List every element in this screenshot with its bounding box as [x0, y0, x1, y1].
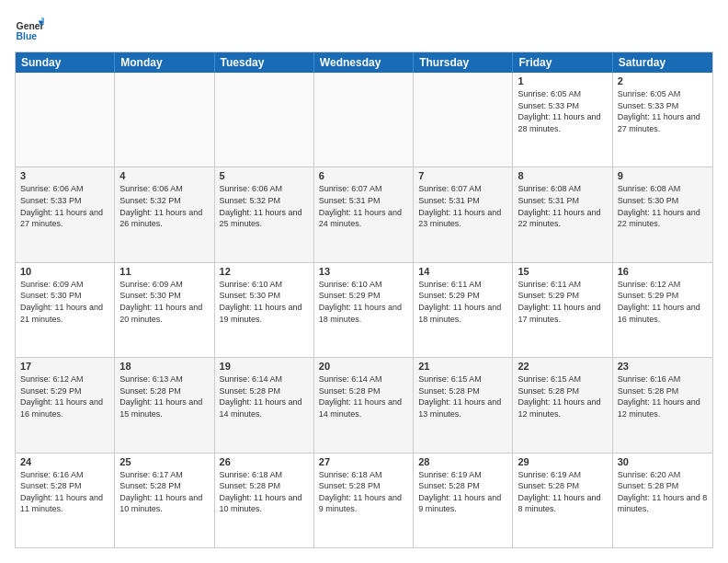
day-number: 28 [418, 456, 507, 467]
cell-info: Sunrise: 6:11 AM Sunset: 5:29 PM Dayligh… [418, 279, 507, 325]
calendar-cell: 8Sunrise: 6:08 AM Sunset: 5:31 PM Daylig… [513, 167, 612, 261]
calendar-row: 24Sunrise: 6:16 AM Sunset: 5:28 PM Dayli… [16, 454, 712, 547]
calendar-header: SundayMondayTuesdayWednesdayThursdayFrid… [16, 52, 712, 73]
calendar-cell: 24Sunrise: 6:16 AM Sunset: 5:28 PM Dayli… [16, 454, 115, 547]
calendar-cell: 7Sunrise: 6:07 AM Sunset: 5:31 PM Daylig… [414, 167, 513, 261]
cell-info: Sunrise: 6:12 AM Sunset: 5:29 PM Dayligh… [20, 373, 109, 419]
cell-info: Sunrise: 6:09 AM Sunset: 5:30 PM Dayligh… [20, 279, 109, 325]
weekday-header: Saturday [613, 52, 712, 73]
calendar-cell: 14Sunrise: 6:11 AM Sunset: 5:29 PM Dayli… [414, 263, 513, 357]
cell-info: Sunrise: 6:08 AM Sunset: 5:30 PM Dayligh… [618, 183, 708, 229]
cell-info: Sunrise: 6:19 AM Sunset: 5:28 PM Dayligh… [418, 469, 507, 515]
calendar-cell: 9Sunrise: 6:08 AM Sunset: 5:30 PM Daylig… [613, 167, 712, 261]
day-number: 12 [220, 266, 309, 277]
calendar-cell: 18Sunrise: 6:13 AM Sunset: 5:28 PM Dayli… [115, 358, 214, 452]
cell-info: Sunrise: 6:15 AM Sunset: 5:28 PM Dayligh… [518, 373, 607, 419]
calendar-body: 1Sunrise: 6:05 AM Sunset: 5:33 PM Daylig… [16, 73, 712, 547]
day-number: 18 [119, 361, 209, 372]
cell-info: Sunrise: 6:16 AM Sunset: 5:28 PM Dayligh… [618, 373, 708, 419]
calendar-cell: 28Sunrise: 6:19 AM Sunset: 5:28 PM Dayli… [414, 454, 513, 547]
day-number: 24 [20, 456, 109, 467]
day-number: 9 [618, 170, 708, 181]
calendar-cell: 19Sunrise: 6:14 AM Sunset: 5:28 PM Dayli… [215, 358, 314, 452]
calendar-cell: 6Sunrise: 6:07 AM Sunset: 5:31 PM Daylig… [314, 167, 414, 261]
cell-info: Sunrise: 6:19 AM Sunset: 5:28 PM Dayligh… [518, 469, 607, 515]
day-number: 5 [220, 170, 309, 181]
cell-info: Sunrise: 6:14 AM Sunset: 5:28 PM Dayligh… [220, 373, 309, 419]
calendar-cell: 27Sunrise: 6:18 AM Sunset: 5:28 PM Dayli… [314, 454, 414, 547]
calendar-row: 17Sunrise: 6:12 AM Sunset: 5:29 PM Dayli… [16, 358, 712, 453]
cell-info: Sunrise: 6:18 AM Sunset: 5:28 PM Dayligh… [319, 469, 408, 515]
cell-info: Sunrise: 6:14 AM Sunset: 5:28 PM Dayligh… [319, 373, 408, 419]
weekday-header: Tuesday [215, 52, 314, 73]
cell-info: Sunrise: 6:18 AM Sunset: 5:28 PM Dayligh… [220, 469, 309, 515]
day-number: 21 [418, 361, 507, 372]
calendar-cell: 15Sunrise: 6:11 AM Sunset: 5:29 PM Dayli… [513, 263, 612, 357]
calendar-cell: 21Sunrise: 6:15 AM Sunset: 5:28 PM Dayli… [414, 358, 513, 452]
calendar-cell: 13Sunrise: 6:10 AM Sunset: 5:29 PM Dayli… [314, 263, 414, 357]
calendar-row: 1Sunrise: 6:05 AM Sunset: 5:33 PM Daylig… [16, 73, 712, 167]
day-number: 19 [220, 361, 309, 372]
cell-info: Sunrise: 6:16 AM Sunset: 5:28 PM Dayligh… [20, 469, 109, 515]
day-number: 27 [319, 456, 408, 467]
calendar-cell: 17Sunrise: 6:12 AM Sunset: 5:29 PM Dayli… [16, 358, 115, 452]
day-number: 7 [418, 170, 507, 181]
calendar-cell [16, 73, 115, 167]
cell-info: Sunrise: 6:06 AM Sunset: 5:32 PM Dayligh… [119, 183, 209, 229]
calendar-cell: 4Sunrise: 6:06 AM Sunset: 5:32 PM Daylig… [115, 167, 214, 261]
calendar-cell: 11Sunrise: 6:09 AM Sunset: 5:30 PM Dayli… [115, 263, 214, 357]
svg-text:Blue: Blue [17, 31, 38, 41]
cell-info: Sunrise: 6:11 AM Sunset: 5:29 PM Dayligh… [518, 279, 607, 325]
cell-info: Sunrise: 6:20 AM Sunset: 5:28 PM Dayligh… [618, 469, 708, 515]
weekday-header: Friday [513, 52, 612, 73]
day-number: 11 [119, 266, 209, 277]
cell-info: Sunrise: 6:07 AM Sunset: 5:31 PM Dayligh… [418, 183, 507, 229]
logo: General Blue [15, 15, 44, 44]
cell-info: Sunrise: 6:10 AM Sunset: 5:30 PM Dayligh… [220, 279, 309, 325]
day-number: 25 [119, 456, 209, 467]
day-number: 13 [319, 266, 408, 277]
cell-info: Sunrise: 6:08 AM Sunset: 5:31 PM Dayligh… [518, 183, 607, 229]
day-number: 22 [518, 361, 607, 372]
calendar-cell: 12Sunrise: 6:10 AM Sunset: 5:30 PM Dayli… [215, 263, 314, 357]
calendar-cell [215, 73, 314, 167]
calendar-cell: 3Sunrise: 6:06 AM Sunset: 5:33 PM Daylig… [16, 167, 115, 261]
cell-info: Sunrise: 6:06 AM Sunset: 5:32 PM Dayligh… [220, 183, 309, 229]
day-number: 3 [20, 170, 109, 181]
weekday-header: Wednesday [314, 52, 414, 73]
calendar-cell: 22Sunrise: 6:15 AM Sunset: 5:28 PM Dayli… [513, 358, 612, 452]
calendar-cell: 30Sunrise: 6:20 AM Sunset: 5:28 PM Dayli… [613, 454, 712, 547]
cell-info: Sunrise: 6:10 AM Sunset: 5:29 PM Dayligh… [319, 279, 408, 325]
calendar-cell: 5Sunrise: 6:06 AM Sunset: 5:32 PM Daylig… [215, 167, 314, 261]
day-number: 10 [20, 266, 109, 277]
calendar-cell [314, 73, 414, 167]
day-number: 1 [518, 75, 607, 86]
cell-info: Sunrise: 6:05 AM Sunset: 5:33 PM Dayligh… [518, 88, 607, 134]
cell-info: Sunrise: 6:15 AM Sunset: 5:28 PM Dayligh… [418, 373, 507, 419]
day-number: 26 [220, 456, 309, 467]
weekday-header: Thursday [414, 52, 513, 73]
day-number: 2 [618, 75, 708, 86]
cell-info: Sunrise: 6:12 AM Sunset: 5:29 PM Dayligh… [618, 279, 708, 325]
cell-info: Sunrise: 6:17 AM Sunset: 5:28 PM Dayligh… [119, 469, 209, 515]
cell-info: Sunrise: 6:06 AM Sunset: 5:33 PM Dayligh… [20, 183, 109, 229]
page-header: General Blue [15, 15, 713, 44]
day-number: 16 [618, 266, 708, 277]
day-number: 15 [518, 266, 607, 277]
day-number: 30 [618, 456, 708, 467]
calendar-cell: 1Sunrise: 6:05 AM Sunset: 5:33 PM Daylig… [513, 73, 612, 167]
calendar: SundayMondayTuesdayWednesdayThursdayFrid… [15, 52, 713, 548]
calendar-cell [414, 73, 513, 167]
weekday-header: Monday [115, 52, 214, 73]
logo-icon: General Blue [15, 15, 44, 44]
day-number: 6 [319, 170, 408, 181]
cell-info: Sunrise: 6:09 AM Sunset: 5:30 PM Dayligh… [119, 279, 209, 325]
calendar-cell: 16Sunrise: 6:12 AM Sunset: 5:29 PM Dayli… [613, 263, 712, 357]
weekday-header: Sunday [16, 52, 115, 73]
calendar-row: 10Sunrise: 6:09 AM Sunset: 5:30 PM Dayli… [16, 263, 712, 358]
calendar-cell: 23Sunrise: 6:16 AM Sunset: 5:28 PM Dayli… [613, 358, 712, 452]
calendar-cell: 29Sunrise: 6:19 AM Sunset: 5:28 PM Dayli… [513, 454, 612, 547]
cell-info: Sunrise: 6:13 AM Sunset: 5:28 PM Dayligh… [119, 373, 209, 419]
calendar-cell: 25Sunrise: 6:17 AM Sunset: 5:28 PM Dayli… [115, 454, 214, 547]
calendar-row: 3Sunrise: 6:06 AM Sunset: 5:33 PM Daylig… [16, 167, 712, 262]
